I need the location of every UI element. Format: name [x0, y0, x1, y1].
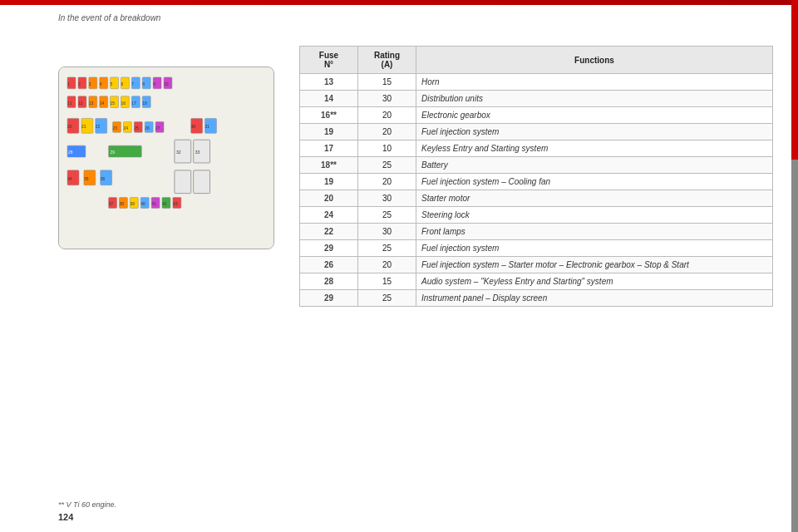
fuse-rating: 25 — [358, 157, 416, 174]
svg-text:36: 36 — [101, 177, 106, 181]
svg-text:22: 22 — [96, 125, 101, 129]
fuse-diagram: 1 2 3 4 5 6 7 8 9 10 11 12 13 14 15 — [58, 66, 274, 249]
fuse-rating: 25 — [358, 207, 416, 224]
table-row: 18**25Battery — [300, 157, 773, 174]
fuse-number: 13 — [300, 74, 358, 91]
fuse-function: Fuel injection system — [416, 124, 773, 140]
right-accent-bar — [791, 0, 798, 532]
svg-text:41: 41 — [151, 202, 156, 206]
fuse-number: 19 — [300, 174, 358, 190]
fuse-rating: 20 — [358, 174, 416, 190]
fuse-rating: 20 — [358, 124, 416, 140]
svg-text:13: 13 — [89, 101, 94, 106]
svg-text:39: 39 — [130, 202, 135, 206]
fuse-number: 18** — [300, 157, 358, 174]
svg-text:18: 18 — [142, 101, 147, 106]
table-row: 1315Horn — [300, 74, 773, 91]
svg-text:5: 5 — [111, 82, 113, 86]
fuse-number: 26 — [300, 257, 358, 273]
svg-text:30: 30 — [191, 125, 196, 129]
page-number: 124 — [58, 512, 73, 522]
fuse-function: Horn — [416, 74, 773, 91]
fuse-number: 22 — [300, 224, 358, 240]
svg-text:28: 28 — [68, 150, 73, 155]
table-row: 16**20Electronic gearbox — [300, 107, 773, 124]
fuse-diagram-svg: 1 2 3 4 5 6 7 8 9 10 11 12 13 14 15 — [59, 67, 273, 249]
svg-text:23: 23 — [113, 126, 118, 131]
svg-text:27: 27 — [155, 126, 160, 131]
fuse-function: Steering lock — [416, 207, 773, 224]
fuse-rating: 25 — [358, 290, 416, 307]
fuse-rating: 20 — [358, 107, 416, 124]
svg-text:33: 33 — [195, 150, 200, 155]
svg-rect-72 — [194, 170, 210, 194]
fuse-number: 29 — [300, 290, 358, 307]
table-row: 2425Steering lock — [300, 207, 773, 224]
svg-text:31: 31 — [205, 125, 210, 129]
svg-text:1: 1 — [67, 82, 70, 86]
svg-text:21: 21 — [81, 125, 86, 129]
fuse-number: 14 — [300, 91, 358, 107]
svg-text:11: 11 — [67, 101, 72, 106]
fuse-function: Distribution units — [416, 91, 773, 107]
svg-text:25: 25 — [134, 126, 139, 131]
fuse-number: 29 — [300, 240, 358, 257]
col-rating-header: Rating(A) — [358, 47, 416, 74]
fuse-function: Fuel injection system – Cooling fan — [416, 174, 773, 190]
fuse-rating: 15 — [358, 273, 416, 290]
col-functions-header: Functions — [416, 47, 773, 74]
header: In the event of a breakdown — [0, 5, 798, 30]
svg-text:7: 7 — [131, 82, 134, 86]
fuse-function: Fuel injection system – Starter motor – … — [416, 257, 773, 273]
fuse-function: Starter motor — [416, 190, 773, 207]
svg-text:15: 15 — [111, 101, 116, 106]
svg-text:37: 37 — [109, 202, 114, 206]
table-row: 2925Instrument panel – Display screen — [300, 290, 773, 307]
svg-text:24: 24 — [123, 126, 128, 131]
fuse-rating: 15 — [358, 74, 416, 91]
svg-text:40: 40 — [140, 202, 145, 206]
footnote: ** V Ti 60 engine. — [58, 500, 116, 509]
fuse-table: FuseN° Rating(A) Functions 1315Horn1430D… — [299, 46, 773, 307]
table-row: 2620Fuel injection system – Starter moto… — [300, 257, 773, 273]
fuse-function: Front lamps — [416, 224, 773, 240]
svg-text:6: 6 — [121, 82, 124, 86]
fuse-number: 16** — [300, 107, 358, 124]
svg-text:29: 29 — [111, 150, 116, 155]
fuse-function: Battery — [416, 157, 773, 174]
svg-rect-71 — [175, 170, 191, 194]
svg-text:32: 32 — [176, 150, 181, 155]
fuse-number: 19 — [300, 124, 358, 140]
fuse-rating: 25 — [358, 240, 416, 257]
svg-text:42: 42 — [162, 202, 167, 206]
fuse-rating: 30 — [358, 91, 416, 107]
fuse-function: Fuel injection system — [416, 240, 773, 257]
table-row: 2925Fuel injection system — [300, 240, 773, 257]
fuse-number: 28 — [300, 273, 358, 290]
svg-text:2: 2 — [78, 82, 81, 86]
svg-text:43: 43 — [173, 202, 178, 206]
svg-text:26: 26 — [145, 126, 150, 131]
svg-text:34: 34 — [67, 177, 72, 181]
fuse-number: 20 — [300, 190, 358, 207]
svg-text:10: 10 — [164, 82, 169, 86]
table-row: 2815Audio system – "Keyless Entry and St… — [300, 273, 773, 290]
svg-rect-0 — [59, 67, 273, 249]
fuse-rating: 30 — [358, 224, 416, 240]
svg-text:3: 3 — [89, 82, 91, 86]
table-row: 1430Distribution units — [300, 91, 773, 107]
svg-text:17: 17 — [131, 101, 136, 106]
fuse-table-container: FuseN° Rating(A) Functions 1315Horn1430D… — [299, 46, 773, 495]
svg-text:8: 8 — [142, 82, 145, 86]
table-row: 1920Fuel injection system – Cooling fan — [300, 174, 773, 190]
col-fuse-header: FuseN° — [300, 47, 358, 74]
table-row: 1920Fuel injection system — [300, 124, 773, 140]
table-row: 2230Front lamps — [300, 224, 773, 240]
svg-text:16: 16 — [121, 101, 126, 106]
fuse-number: 24 — [300, 207, 358, 224]
fuse-function: Audio system – "Keyless Entry and Starti… — [416, 273, 773, 290]
svg-text:12: 12 — [78, 101, 83, 106]
fuse-function: Instrument panel – Display screen — [416, 290, 773, 307]
header-title: In the event of a breakdown — [58, 13, 160, 22]
fuse-function: Electronic gearbox — [416, 107, 773, 124]
